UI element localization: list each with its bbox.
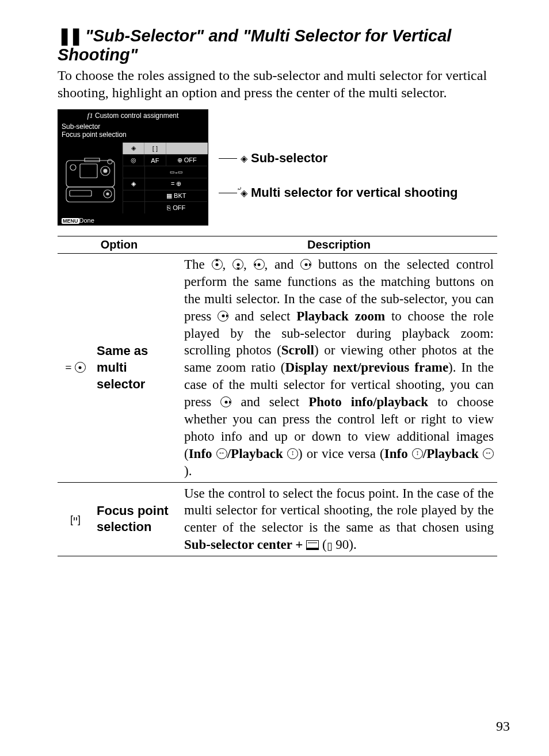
t: ) or vice versa (: [298, 446, 384, 461]
options-table: Option Description = Same as multi selec…: [58, 236, 497, 556]
right-icon: [218, 311, 228, 322]
cell: ◈: [123, 143, 144, 154]
t: The: [184, 257, 212, 272]
option-description: The , , , and buttons on the selected co…: [181, 254, 497, 483]
cell: ⎘ OFF: [144, 202, 208, 213]
cell: ▭₌▭: [144, 166, 208, 178]
title-num: 1: [89, 111, 93, 120]
opt-row-3: ▭₌▭: [123, 166, 208, 178]
opt-row-2: ◎ AF ⊕ OFF: [123, 154, 208, 166]
right-icon: [220, 396, 231, 407]
callout-sub-selector: ◈ Sub-selector: [219, 151, 458, 166]
t: ,: [243, 257, 254, 272]
screenshot-options: ◈ [ ] ◎ AF ⊕ OFF ▭₌▭ ◈: [123, 142, 208, 213]
title-text: Custom control assignment: [95, 112, 178, 120]
up-icon: [212, 259, 223, 270]
screenshot-done: MENUDone: [62, 217, 94, 224]
camera-diagram: [58, 142, 123, 213]
right-icon: [300, 259, 311, 270]
selector-vertical-icon: ◈⤾: [241, 188, 247, 198]
opt-row-6: ⎘ OFF: [123, 201, 208, 213]
section-marker: ❚❚: [58, 26, 81, 45]
down-icon: [232, 259, 243, 270]
t: Use the control to select the focus poin…: [184, 486, 494, 535]
page-number: 93: [496, 719, 510, 734]
t: and select: [231, 395, 308, 409]
icon-prefix: =: [65, 361, 74, 374]
svg-point-7: [70, 165, 76, 170]
th-description: Description: [181, 236, 497, 254]
b: Photo info/playback: [308, 395, 428, 409]
section-title-text: "Sub-Selector" and "Multi Selector for V…: [58, 26, 451, 64]
screenshot-line2: Focus point selection: [58, 131, 208, 142]
svg-point-9: [108, 159, 112, 164]
b: Display next/previous frame: [285, 360, 449, 375]
leftright-icon: [483, 448, 494, 459]
t: (: [319, 537, 326, 552]
b: /Playback: [423, 446, 483, 461]
shutter-icon: [306, 540, 319, 550]
cell: AF: [144, 155, 165, 166]
t: ,: [223, 257, 233, 272]
updown-icon: [287, 448, 298, 459]
focus-point-icon: [יי]: [70, 514, 81, 525]
table-row: = Same as multi selector The , , , and b…: [58, 254, 497, 483]
callout-multi-selector: ◈⤾ Multi selector for vertical shooting: [219, 185, 458, 200]
svg-point-6: [106, 193, 109, 195]
callout-line: [219, 193, 237, 193]
screenshot-title: f1 Custom control assignment: [58, 110, 208, 120]
manual-page: ❚❚"Sub-Selector" and "Multi Selector for…: [0, 0, 549, 756]
table-row: [יי] Focus point selection Use the contr…: [58, 482, 497, 556]
th-option: Option: [58, 236, 181, 254]
section-intro: To choose the roles assigned to the sub-…: [58, 67, 497, 101]
leftright-icon: [216, 448, 227, 459]
option-description: Use the control to select the focus poin…: [181, 482, 497, 556]
callouts: ◈ Sub-selector ◈⤾ Multi selector for ver…: [219, 109, 458, 220]
callout-label: Sub-selector: [251, 151, 327, 166]
option-name: Same as multi selector: [93, 254, 181, 483]
callout-label: Multi selector for vertical shooting: [251, 185, 458, 200]
svg-point-4: [104, 169, 107, 173]
svg-rect-8: [70, 190, 92, 196]
done-text: Done: [79, 217, 94, 224]
callout-line: [219, 158, 237, 159]
b: Scroll: [281, 343, 314, 357]
t: , and: [265, 257, 301, 272]
t: ).: [184, 464, 192, 478]
cell: ◈: [123, 178, 144, 190]
multi-selector-icon: [75, 362, 86, 373]
b: Info: [189, 446, 216, 461]
menu-screenshot: f1 Custom control assignment Sub-selecto…: [58, 109, 208, 226]
updown-icon: [412, 448, 423, 459]
screenshot-row: f1 Custom control assignment Sub-selecto…: [58, 109, 497, 226]
opt-row-5: ▦ BKT: [123, 190, 208, 202]
cell: ◎: [123, 155, 144, 166]
left-icon: [254, 259, 265, 270]
selector-diamond-icon: ◈: [241, 153, 247, 164]
cell: ⊕ OFF: [166, 155, 208, 166]
b: Playback zoom: [296, 309, 385, 323]
t: 90).: [333, 537, 357, 552]
screenshot-line1: Sub-selector: [58, 120, 208, 131]
opt-row-4: ◈ = ⊕: [123, 178, 208, 190]
opt-row-1: ◈ [ ]: [123, 142, 208, 154]
section-heading: ❚❚"Sub-Selector" and "Multi Selector for…: [58, 26, 497, 64]
cell: ▦ BKT: [144, 190, 208, 202]
book-icon: ▯: [327, 540, 333, 552]
b: Sub-selector center +: [184, 537, 306, 552]
cell: [ ]: [144, 143, 165, 154]
cell: = ⊕: [144, 178, 208, 190]
b: /Playback: [227, 446, 287, 461]
t: and select: [228, 309, 296, 323]
menu-pill: MENU: [62, 218, 79, 224]
svg-rect-2: [80, 164, 97, 178]
option-icon: =: [58, 254, 93, 483]
option-name: Focus point selection: [93, 482, 181, 556]
b: Info: [384, 446, 412, 461]
option-icon: [יי]: [58, 482, 93, 556]
